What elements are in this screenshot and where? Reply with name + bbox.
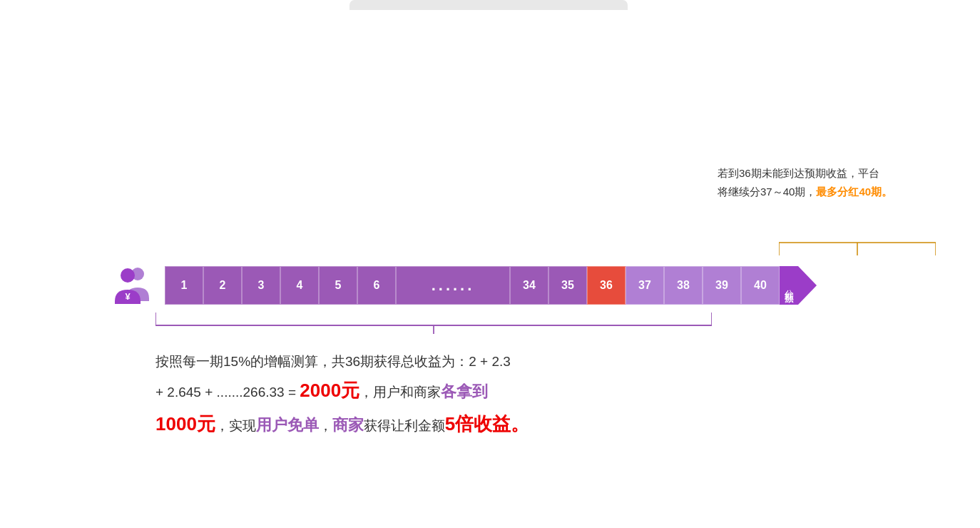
bracket-svg [779, 235, 936, 255]
period-box-36: 36 [587, 266, 626, 305]
desc-line2-highlight: 2000元 [300, 380, 359, 401]
period-box-38: 38 [664, 266, 703, 305]
period-box-39: 39 [703, 266, 741, 305]
period-box-4: 4 [280, 266, 319, 305]
callout-line2: 将继续分37～40期， [718, 186, 816, 198]
arrow-label: 分红期数 [780, 266, 798, 305]
period-box-5: 5 [319, 266, 357, 305]
desc-line3: 1000元，实现用户免单，商家获得让利金额5倍收益。 [155, 407, 826, 441]
desc-line1: 按照每一期15%的增幅测算，共36期获得总收益为：2 + 2.3 [155, 350, 826, 374]
person-icon: ¥ [111, 263, 156, 308]
bracket-container [779, 235, 936, 255]
callout-box: 若到36期未能到达预期收益，平台 将继续分37～40期，最多分红40期。 [718, 164, 939, 200]
desc-line3-red: 5倍收益。 [445, 413, 529, 435]
desc-line2-prefix: + 2.645 + .......266.33 = [155, 385, 300, 400]
desc-line2: + 2.645 + .......266.33 = 2000元，用户和商家各拿到 [155, 374, 826, 407]
desc-line3-suffix: ，实现 [215, 418, 256, 433]
desc-line3-highlight: 1000元 [155, 413, 215, 435]
callout-line1: 若到36期未能到达预期收益，平台 [718, 167, 879, 179]
arrow-end: 分红期数 [780, 266, 817, 305]
callout-highlight: 最多分红40期。 [816, 186, 892, 198]
brace-container [155, 313, 712, 334]
svg-text:¥: ¥ [125, 291, 131, 302]
period-box-ellipsis: ...... [396, 266, 510, 305]
timeline-boxes: 1 2 3 4 5 6 ...... 34 35 36 37 38 39 40 … [165, 266, 817, 305]
period-box-2: 2 [203, 266, 242, 305]
arrow-triangle [798, 266, 817, 305]
desc-line2-suffix: ，用户和商家 [359, 385, 441, 400]
period-box-35: 35 [548, 266, 587, 305]
period-box-6: 6 [357, 266, 396, 305]
brace-svg [155, 313, 712, 334]
desc-text-line1: 按照每一期15%的增幅测算，共36期获得总收益为：2 + 2.3 [155, 354, 511, 369]
top-bar [349, 0, 628, 10]
period-box-40: 40 [741, 266, 780, 305]
period-box-1: 1 [165, 266, 203, 305]
period-box-34: 34 [510, 266, 548, 305]
desc-line3-connector: ， [319, 418, 332, 433]
svg-point-5 [121, 268, 135, 283]
main-container: 若到36期未能到达预期收益，平台 将继续分37～40期，最多分红40期。 ¥ [0, 0, 980, 528]
desc-container: 按照每一期15%的增幅测算，共36期获得总收益为：2 + 2.3 + 2.645… [155, 350, 826, 441]
desc-line3-purple2: 商家 [332, 416, 364, 434]
desc-line3-purple1: 用户免单 [256, 416, 319, 434]
period-box-37: 37 [626, 266, 664, 305]
desc-line2-bold: 各拿到 [441, 382, 488, 400]
desc-line3-end: 获得让利金额 [364, 418, 445, 433]
timeline-row: ¥ 1 2 3 4 5 6 ...... 34 35 36 37 38 39 4… [111, 263, 817, 308]
period-box-3: 3 [242, 266, 280, 305]
